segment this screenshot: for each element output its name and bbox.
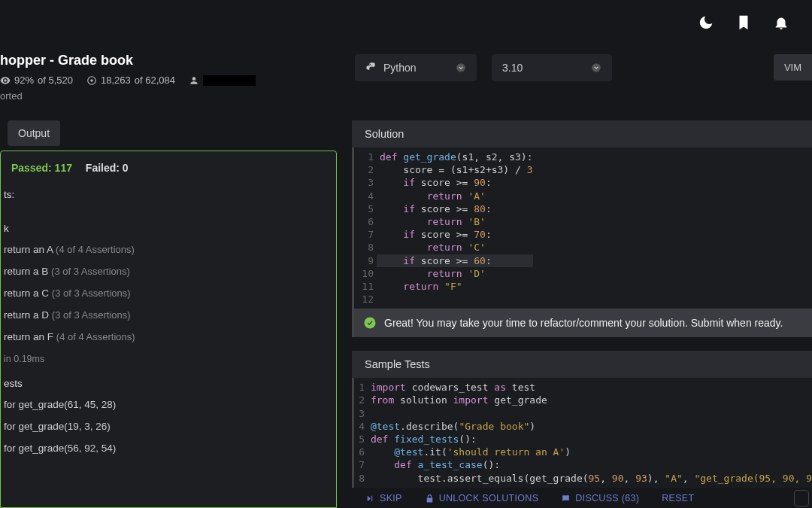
solution-editor[interactable]: 123456789101112 def get_grade(s1, s2, s3… (352, 148, 812, 309)
editor-mode-button[interactable]: VIM (774, 54, 812, 81)
lock-icon (425, 494, 435, 503)
moon-icon[interactable] (698, 14, 714, 31)
author-stat[interactable] (189, 75, 256, 86)
layout-button[interactable] (794, 490, 809, 506)
bookmark-icon[interactable] (735, 14, 752, 31)
reset-button[interactable]: RESET (656, 488, 700, 508)
unlock-solutions-button[interactable]: UNLOCK SOLUTIONS (419, 488, 545, 508)
solution-header: Solution (352, 120, 812, 148)
comment-icon (561, 494, 571, 503)
sample-tests-header: Sample Tests (352, 351, 812, 378)
kata-title: hopper - Grade book (0, 53, 256, 68)
success-banner: Great! You may take your time to refacto… (352, 309, 812, 337)
chevron-down-icon (591, 62, 601, 73)
sample-tests-editor[interactable]: 12345678 import codewars_test as testfro… (352, 378, 812, 488)
discuss-button[interactable]: DISCUSS (63) (555, 488, 645, 508)
svg-point-4 (365, 318, 376, 329)
check-circle-icon (363, 316, 377, 330)
version-select[interactable]: 3.10 (492, 54, 612, 81)
svg-point-2 (456, 63, 465, 72)
reported-label: orted (0, 90, 256, 102)
skip-icon (365, 494, 375, 503)
action-bar: SKIP UNLOCK SOLUTIONS DISCUSS (63) RESET (352, 484, 812, 508)
language-select[interactable]: Python (355, 54, 477, 81)
tab-output[interactable]: Output (8, 120, 60, 146)
kata-header: hopper - Grade book 92% of 5,520 18,263 … (0, 53, 256, 102)
chevron-down-icon (456, 62, 466, 73)
completions-stat: 18,263 of 62,084 (86, 75, 175, 86)
bell-icon[interactable] (773, 14, 789, 31)
satisfaction-stat: 92% of 5,520 (0, 75, 73, 86)
svg-point-1 (90, 79, 93, 82)
svg-point-3 (592, 63, 601, 72)
passed-count: Passed: 117 (11, 162, 72, 174)
skip-button[interactable]: SKIP (359, 488, 408, 508)
results-panel: Passed: 117 Failed: 0 ts:kreturn an A (4… (0, 151, 337, 508)
failed-count: Failed: 0 (86, 162, 129, 174)
python-icon (365, 62, 377, 74)
